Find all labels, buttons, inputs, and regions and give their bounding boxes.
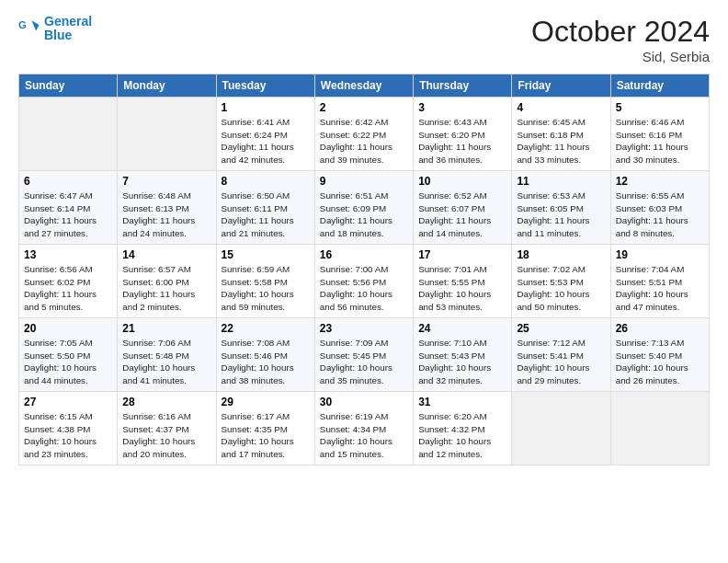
day-number: 23 [320,322,408,335]
day-cell: 20Sunrise: 7:05 AMSunset: 5:50 PMDayligh… [19,318,118,392]
day-number: 20 [24,322,112,335]
day-info: Sunrise: 6:53 AMSunset: 6:05 PMDaylight:… [517,190,589,238]
day-cell: 12Sunrise: 6:55 AMSunset: 6:03 PMDayligh… [610,171,709,245]
day-cell: 16Sunrise: 7:00 AMSunset: 5:56 PMDayligh… [314,245,413,318]
col-thursday: Thursday [414,75,512,98]
day-info: Sunrise: 7:13 AMSunset: 5:40 PMDaylight:… [616,338,688,385]
day-number: 12 [616,175,704,188]
day-info: Sunrise: 7:09 AMSunset: 5:45 PMDaylight:… [320,338,392,385]
week-row-4: 20Sunrise: 7:05 AMSunset: 5:50 PMDayligh… [19,318,710,392]
day-number: 8 [222,175,310,188]
day-cell: 26Sunrise: 7:13 AMSunset: 5:40 PMDayligh… [610,318,709,392]
week-row-2: 6Sunrise: 6:47 AMSunset: 6:14 PMDaylight… [19,171,710,245]
day-number: 19 [616,248,704,261]
day-info: Sunrise: 7:02 AMSunset: 5:53 PMDaylight:… [517,264,589,312]
day-number: 7 [122,175,210,188]
day-info: Sunrise: 7:08 AMSunset: 5:46 PMDaylight:… [222,338,294,385]
day-number: 31 [418,396,506,408]
day-number: 18 [517,248,605,261]
day-cell: 29Sunrise: 6:17 AMSunset: 4:35 PMDayligh… [216,392,314,465]
day-info: Sunrise: 6:42 AMSunset: 6:22 PMDaylight:… [320,117,392,165]
day-info: Sunrise: 6:47 AMSunset: 6:14 PMDaylight:… [24,190,97,238]
logo: G General Blue [18,15,92,43]
title-block: October 2024 Sid, Serbia [531,15,710,64]
day-number: 9 [320,175,408,188]
logo-icon: G [18,17,40,40]
day-cell: 11Sunrise: 6:53 AMSunset: 6:05 PMDayligh… [512,171,610,245]
svg-text:G: G [18,19,27,30]
day-info: Sunrise: 7:00 AMSunset: 5:56 PMDaylight:… [320,264,392,312]
day-number: 2 [320,101,408,114]
day-number: 5 [616,101,704,114]
day-info: Sunrise: 7:05 AMSunset: 5:50 PMDaylight:… [24,338,97,385]
day-cell: 6Sunrise: 6:47 AMSunset: 6:14 PMDaylight… [19,171,118,245]
day-cell: 30Sunrise: 6:19 AMSunset: 4:34 PMDayligh… [314,392,413,465]
day-number: 21 [122,322,210,335]
day-cell: 27Sunrise: 6:15 AMSunset: 4:38 PMDayligh… [19,392,118,465]
day-info: Sunrise: 6:45 AMSunset: 6:18 PMDaylight:… [517,117,589,165]
col-tuesday: Tuesday [216,75,314,98]
day-cell: 23Sunrise: 7:09 AMSunset: 5:45 PMDayligh… [314,318,413,392]
day-number: 17 [418,248,506,261]
week-row-3: 13Sunrise: 6:56 AMSunset: 6:02 PMDayligh… [19,245,710,318]
day-info: Sunrise: 6:55 AMSunset: 6:03 PMDaylight:… [616,190,688,238]
col-sunday: Sunday [19,75,118,98]
day-number: 29 [222,396,310,408]
day-number: 16 [320,248,408,261]
day-number: 3 [418,101,506,114]
day-cell: 25Sunrise: 7:12 AMSunset: 5:41 PMDayligh… [512,318,610,392]
day-info: Sunrise: 6:20 AMSunset: 4:32 PMDaylight:… [418,411,491,459]
day-info: Sunrise: 6:51 AMSunset: 6:09 PMDaylight:… [320,190,392,238]
day-cell: 13Sunrise: 6:56 AMSunset: 6:02 PMDayligh… [19,245,118,318]
day-cell: 3Sunrise: 6:43 AMSunset: 6:20 PMDaylight… [414,98,512,171]
day-number: 1 [222,101,310,114]
day-info: Sunrise: 6:43 AMSunset: 6:20 PMDaylight:… [418,117,491,165]
day-cell: 9Sunrise: 6:51 AMSunset: 6:09 PMDaylight… [314,171,413,245]
col-wednesday: Wednesday [314,75,413,98]
day-cell: 15Sunrise: 6:59 AMSunset: 5:58 PMDayligh… [216,245,314,318]
day-cell: 10Sunrise: 6:52 AMSunset: 6:07 PMDayligh… [414,171,512,245]
col-friday: Friday [512,75,610,98]
day-number: 4 [517,101,605,114]
day-number: 28 [122,396,210,408]
day-info: Sunrise: 7:10 AMSunset: 5:43 PMDaylight:… [418,338,491,385]
day-cell: 18Sunrise: 7:02 AMSunset: 5:53 PMDayligh… [512,245,610,318]
day-number: 30 [320,396,408,408]
day-cell: 5Sunrise: 6:46 AMSunset: 6:16 PMDaylight… [610,98,709,171]
day-number: 24 [418,322,506,335]
day-info: Sunrise: 7:06 AMSunset: 5:48 PMDaylight:… [122,338,195,385]
day-cell: 4Sunrise: 6:45 AMSunset: 6:18 PMDaylight… [512,98,610,171]
day-info: Sunrise: 6:15 AMSunset: 4:38 PMDaylight:… [24,411,97,459]
day-cell [512,392,610,465]
day-cell: 2Sunrise: 6:42 AMSunset: 6:22 PMDaylight… [314,98,413,171]
day-number: 22 [222,322,310,335]
header-row: Sunday Monday Tuesday Wednesday Thursday… [19,75,710,98]
day-cell: 17Sunrise: 7:01 AMSunset: 5:55 PMDayligh… [414,245,512,318]
day-cell [19,98,118,171]
day-info: Sunrise: 6:19 AMSunset: 4:34 PMDaylight:… [320,411,392,459]
day-cell: 1Sunrise: 6:41 AMSunset: 6:24 PMDaylight… [216,98,314,171]
day-info: Sunrise: 6:17 AMSunset: 4:35 PMDaylight:… [222,411,294,459]
day-cell: 21Sunrise: 7:06 AMSunset: 5:48 PMDayligh… [118,318,216,392]
month-title: October 2024 [531,15,710,49]
col-monday: Monday [118,75,216,98]
day-number: 11 [517,175,605,188]
day-number: 25 [517,322,605,335]
day-cell: 24Sunrise: 7:10 AMSunset: 5:43 PMDayligh… [414,318,512,392]
day-info: Sunrise: 6:50 AMSunset: 6:11 PMDaylight:… [222,190,294,238]
day-cell: 28Sunrise: 6:16 AMSunset: 4:37 PMDayligh… [118,392,216,465]
day-number: 15 [222,248,310,261]
day-info: Sunrise: 7:12 AMSunset: 5:41 PMDaylight:… [517,338,589,385]
week-row-5: 27Sunrise: 6:15 AMSunset: 4:38 PMDayligh… [19,392,710,465]
day-info: Sunrise: 7:01 AMSunset: 5:55 PMDaylight:… [418,264,491,312]
logo-text-line1: General [44,15,92,29]
svg-marker-1 [31,21,39,31]
day-cell: 19Sunrise: 7:04 AMSunset: 5:51 PMDayligh… [610,245,709,318]
day-number: 6 [24,175,112,188]
day-info: Sunrise: 6:52 AMSunset: 6:07 PMDaylight:… [418,190,491,238]
day-cell: 7Sunrise: 6:48 AMSunset: 6:13 PMDaylight… [118,171,216,245]
calendar-page: G General Blue October 2024 Sid, Serbia … [0,0,728,563]
week-row-1: 1Sunrise: 6:41 AMSunset: 6:24 PMDaylight… [19,98,710,171]
day-info: Sunrise: 6:41 AMSunset: 6:24 PMDaylight:… [222,117,294,165]
header: G General Blue October 2024 Sid, Serbia [18,15,710,64]
